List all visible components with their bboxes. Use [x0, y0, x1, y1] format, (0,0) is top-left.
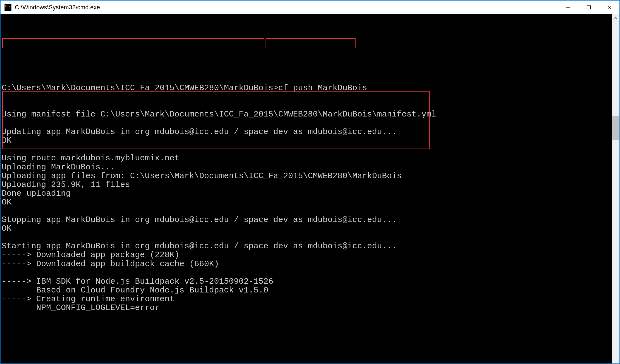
terminal-line: -----> Creating runtime environment — [2, 295, 611, 303]
command-text: cf push MarkDuBois — [278, 83, 367, 93]
terminal-line — [2, 268, 611, 277]
terminal-line: OK — [2, 136, 611, 145]
close-button[interactable] — [599, 1, 619, 14]
terminal-line: Stopping app MarkDuBois in org mdubois@i… — [2, 215, 611, 224]
scroll-up-arrow[interactable] — [612, 14, 619, 22]
terminal-line: -----> Downloaded app package (228K) — [2, 251, 611, 259]
cmd-icon — [4, 4, 12, 11]
vertical-scrollbar[interactable] — [612, 14, 619, 363]
terminal-line: Uploading MarkDuBois... — [2, 163, 611, 172]
terminal-line: -----> IBM SDK for Node.js Buildpack v2.… — [2, 277, 611, 286]
maximize-button[interactable] — [578, 1, 599, 14]
terminal-line: Using route markdubois.mybluemix.net — [2, 154, 611, 163]
svg-rect-1 — [587, 5, 590, 9]
window-controls — [558, 1, 619, 14]
terminal-line: OK — [2, 198, 611, 207]
terminal-line — [2, 119, 611, 127]
terminal-line: Starting app MarkDuBois in org mdubois@i… — [2, 242, 611, 251]
highlight-command — [266, 38, 356, 48]
terminal-line — [2, 145, 611, 154]
terminal-line: Uploading 235.9K, 11 files — [2, 180, 611, 189]
prompt-text: C:\Users\Mark\Documents\ICC_Fa_2015\CMWE… — [2, 83, 278, 93]
client-area: C:\Users\Mark\Documents\ICC_Fa_2015\CMWE… — [1, 14, 619, 363]
terminal-line — [2, 233, 611, 242]
terminal-line: Updating app MarkDuBois in org mdubois@i… — [2, 127, 611, 136]
terminal-line: OK — [2, 224, 611, 233]
terminal-content: C:\Users\Mark\Documents\ICC_Fa_2015\CMWE… — [2, 39, 611, 330]
terminal-line: -----> Downloaded app buildpack cache (6… — [2, 260, 611, 268]
terminal-line: Uploading app files from: C:\Users\Mark\… — [2, 172, 611, 180]
prompt-line: C:\Users\Mark\Documents\ICC_Fa_2015\CMWE… — [2, 84, 611, 92]
terminal-line: Based on Cloud Foundry Node.js Buildpack… — [2, 286, 611, 295]
minimize-button[interactable] — [558, 1, 578, 14]
terminal-output: Using manifest file C:\Users\Mark\Docume… — [2, 110, 611, 312]
cmd-window: C:\Windows\System32\cmd.exe C:\Users\Mar… — [0, 0, 620, 364]
terminal[interactable]: C:\Users\Mark\Documents\ICC_Fa_2015\CMWE… — [1, 14, 612, 363]
terminal-line — [2, 207, 611, 215]
terminal-line: NPM_CONFIG_LOGLEVEL=error — [2, 303, 611, 312]
window-title: C:\Windows\System32\cmd.exe — [15, 4, 558, 11]
scroll-thumb[interactable] — [612, 116, 619, 140]
titlebar[interactable]: C:\Windows\System32\cmd.exe — [1, 1, 619, 14]
terminal-line: Done uploading — [2, 189, 611, 198]
terminal-line: Using manifest file C:\Users\Mark\Docume… — [2, 110, 611, 119]
highlight-prompt — [2, 38, 264, 48]
